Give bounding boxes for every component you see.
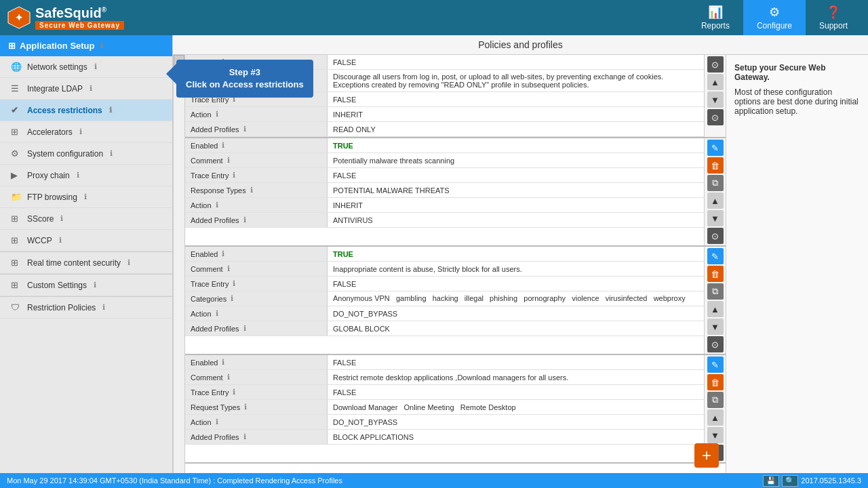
table-area[interactable]: Enabled ℹ FALSE Comment ℹ Discourage all… <box>185 55 726 473</box>
policy-row-4: Enabled ℹ FALSE Comment ℹ Restrict remot… <box>185 355 726 464</box>
help-icon-0: ℹ <box>94 62 97 71</box>
add-policy-fab[interactable]: + <box>694 443 719 468</box>
edit-btn-3[interactable]: ✎ <box>707 248 724 264</box>
down-btn-3[interactable]: ▼ <box>707 319 724 335</box>
logo-area: ✦ SafeSquid® Secure Web Gateway <box>7 5 688 30</box>
help-profiles-4: ℹ <box>243 432 246 441</box>
field-action-2: Action ℹ INHERIT <box>185 198 704 213</box>
sidebar-item-restriction-policies[interactable]: 🛡 Restriction Policies ℹ <box>0 297 172 319</box>
delete-btn-3[interactable]: 🗑 <box>707 266 724 282</box>
nav-reports[interactable]: 📊 Reports <box>688 0 743 35</box>
help-enabled-3: ℹ <box>222 249 224 258</box>
settings2-btn-1[interactable]: ⊙ <box>707 109 724 125</box>
delete-btn-4[interactable]: 🗑 <box>707 374 724 390</box>
sidebar-item-proxy-chain[interactable]: ▶ Proxy chain ℹ <box>0 165 172 186</box>
settings-btn-3[interactable]: ⊙ <box>707 336 724 352</box>
help-trace-3: ℹ <box>233 279 235 288</box>
wccp-icon: ⊞ <box>11 235 22 245</box>
version-text: 2017.0525.1345.3 <box>801 476 861 485</box>
delete-btn-2[interactable]: 🗑 <box>707 157 724 174</box>
field-action-3: Action ℹ DO_NOT_BYPASS <box>185 306 704 321</box>
edit-btn-2[interactable]: ✎ <box>707 140 724 156</box>
up-btn-4[interactable]: ▲ <box>707 409 724 426</box>
settings-btn-2[interactable]: ⊙ <box>707 228 724 244</box>
help-response-2: ℹ <box>250 186 253 195</box>
search-btn[interactable]: 🔍 <box>782 475 798 487</box>
help-trace-4: ℹ <box>233 388 235 396</box>
help-icon-7: ℹ <box>60 214 63 223</box>
field-enabled-2: Enabled ℹ TRUE <box>185 138 704 153</box>
sidebar-item-wccp[interactable]: ⊞ WCCP ℹ <box>0 230 172 251</box>
policy-actions-1: ⊙ ▲ ▼ ⊙ <box>704 55 726 137</box>
network-icon: 🌐 <box>11 62 22 72</box>
edit-btn-4[interactable]: ✎ <box>707 357 724 373</box>
help-profiles-3: ℹ <box>243 324 246 333</box>
svg-text:✦: ✦ <box>15 12 23 23</box>
nav-support[interactable]: ❓ Support <box>806 0 861 35</box>
logo-tagline: Secure Web Gateway <box>35 21 124 30</box>
field-enabled-4: Enabled ℹ FALSE <box>185 355 704 370</box>
help-icon-10: ℹ <box>94 281 96 289</box>
restriction-icon: 🛡 <box>11 302 22 312</box>
help-icon-1: ℹ <box>90 84 92 93</box>
help-trace-2: ℹ <box>233 171 235 180</box>
bottom-bar: Mon May 29 2017 14:39:04 GMT+0530 (India… <box>0 473 868 488</box>
up-btn-2[interactable]: ▲ <box>707 192 724 209</box>
sidebar-item-integrate-ldap[interactable]: ☰ Integrate LDAP ℹ <box>0 78 172 100</box>
help-profiles-2: ℹ <box>243 216 246 224</box>
field-comment-2: Comment ℹ Potentially malware threats sc… <box>185 153 704 168</box>
sidebar-item-accelerators[interactable]: ⊞ Accelerators ℹ <box>0 121 172 143</box>
help-profiles-1: ℹ <box>243 125 246 134</box>
policy-row-2: Enabled ℹ TRUE Comment ℹ Potentially mal… <box>185 138 726 247</box>
nav-configure[interactable]: ⚙ Configure <box>743 0 806 35</box>
field-added-profiles-2: Added Profiles ℹ ANTIVIRUS <box>185 213 704 228</box>
sidebar-item-system-configuration[interactable]: ⚙ System configuration ℹ <box>0 143 172 165</box>
field-response-types-2: Response Types ℹ POTENTIAL MALWARE THREA… <box>185 183 704 198</box>
up-btn-1[interactable]: ▲ <box>707 74 724 90</box>
save-btn[interactable]: 💾 <box>763 475 779 487</box>
ftp-icon: 📁 <box>11 192 22 202</box>
help-action-1: ℹ <box>216 110 218 119</box>
nav-buttons: 📊 Reports ⚙ Configure ❓ Support <box>688 0 861 35</box>
help-enabled-2: ℹ <box>222 141 224 150</box>
help-icon-2: ℹ <box>109 106 112 115</box>
field-enabled-3: Enabled ℹ TRUE <box>185 247 704 262</box>
bottom-right: 💾 🔍 2017.0525.1345.3 <box>763 475 861 487</box>
down-btn-4[interactable]: ▼ <box>707 427 724 443</box>
help-comment-3: ℹ <box>227 264 230 273</box>
sysconfig-icon: ⚙ <box>11 148 22 159</box>
sidebar-item-custom-settings[interactable]: ⊞ Custom Settings ℹ <box>0 274 172 296</box>
help-request-4: ℹ <box>244 403 247 411</box>
custom-icon: ⊞ <box>11 280 22 290</box>
field-added-profiles-4: Added Profiles ℹ BLOCK APPLICATIONS <box>185 430 704 445</box>
field-added-profiles-1: Added Profiles ℹ READ ONLY <box>185 122 704 137</box>
up-btn-3[interactable]: ▲ <box>707 301 724 317</box>
settings-btn-1[interactable]: ⊙ <box>707 56 724 73</box>
copy-btn-2[interactable]: ⧉ <box>707 175 724 191</box>
copy-btn-3[interactable]: ⧉ <box>707 283 724 300</box>
field-categories-3: Categories ℹ Anonymous VPN gambling hack… <box>185 291 704 306</box>
status-text: Mon May 29 2017 14:39:04 GMT+0530 (India… <box>7 476 342 485</box>
logo-icon: ✦ <box>7 5 31 30</box>
field-trace-3: Trace Entry ℹ FALSE <box>185 277 704 291</box>
field-comment-4: Comment ℹ Restrict remote desktop applic… <box>185 370 704 385</box>
help-action-4: ℹ <box>216 418 218 426</box>
sidebar-item-sscore[interactable]: ⊞ SScore ℹ <box>0 208 172 230</box>
down-btn-1[interactable]: ▼ <box>707 92 724 108</box>
help-icon-5: ℹ <box>77 171 79 180</box>
realtime-icon: ⊞ <box>11 258 22 268</box>
configure-icon: ⚙ <box>769 5 780 20</box>
sidebar-item-network-settings[interactable]: 🌐 Network settings ℹ <box>0 56 172 78</box>
down-btn-2[interactable]: ▼ <box>707 210 724 226</box>
reports-icon: 📊 <box>708 5 723 20</box>
content-body: ▲ Enabled ℹ FALSE Comment ℹ Disco <box>173 55 868 473</box>
help-icon-6: ℹ <box>84 192 87 201</box>
sidebar-item-ftp-browsing[interactable]: 📁 FTP browsing ℹ <box>0 186 172 208</box>
logo-text: SafeSquid® Secure Web Gateway <box>35 5 124 30</box>
proxy-icon: ▶ <box>11 170 22 180</box>
sidebar-item-realtime-content[interactable]: ⊞ Real time content security ℹ <box>0 252 172 274</box>
sidebar-item-access-restrictions[interactable]: ✔ Access restrictions ℹ <box>0 100 172 121</box>
policy-actions-3: ✎ 🗑 ⧉ ▲ ▼ ⊙ <box>704 247 726 354</box>
copy-btn-4[interactable]: ⧉ <box>707 392 724 408</box>
field-comment-3: Comment ℹ Inappropriate content is abuse… <box>185 262 704 277</box>
